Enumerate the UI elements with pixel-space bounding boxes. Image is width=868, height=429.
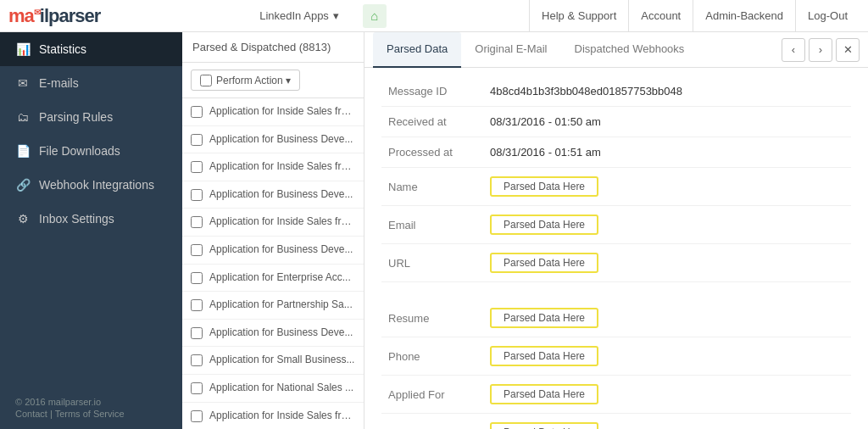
perform-action-button[interactable]: Perform Action ▾: [191, 70, 300, 91]
email-checkbox[interactable]: [191, 354, 203, 366]
list-item[interactable]: Application for Business Deve...: [182, 181, 364, 209]
detail-content: Message ID4b8cd4b1b3f3bb048ed01857753bb0…: [364, 68, 868, 429]
sidebar-item-parsing-rules[interactable]: 🗂 Parsing Rules: [0, 100, 182, 134]
field-value: 4b8cd4b1b3f3bb048ed01857753bb048: [490, 85, 682, 98]
list-item[interactable]: Application for Business Deve...: [182, 237, 364, 265]
list-item[interactable]: Application for Inside Sales fro...: [182, 98, 364, 126]
sidebar-item-statistics[interactable]: 📊 Statistics: [0, 32, 182, 66]
account-nav[interactable]: Account: [628, 0, 693, 32]
top-nav-center: LinkedIn Apps ▾ ⌂: [110, 4, 529, 28]
next-email-button[interactable]: ›: [809, 38, 832, 62]
field-label: Email: [381, 206, 483, 244]
top-nav-right: Help & Support Account Admin-Backend Log…: [529, 0, 860, 32]
admin-backend-nav[interactable]: Admin-Backend: [693, 0, 795, 32]
list-item[interactable]: Application for Partnership Sa...: [182, 292, 364, 320]
email-subject: Application for Inside Sales fro...: [209, 410, 355, 423]
close-detail-button[interactable]: ✕: [836, 38, 860, 62]
table-row: Message ID4b8cd4b1b3f3bb048ed01857753bb0…: [381, 76, 851, 107]
chevron-left-icon: ‹: [792, 43, 795, 56]
email-checkbox[interactable]: [191, 244, 203, 256]
close-icon: ✕: [843, 43, 853, 56]
email-checkbox[interactable]: [191, 134, 203, 146]
detail-panel: Parsed Data Original E-Mail Dispatched W…: [364, 32, 868, 429]
table-row: Applied ForParsed Data Here: [381, 376, 851, 414]
list-item[interactable]: Application for Business Deve...: [182, 126, 364, 154]
email-subject: Application for Business Deve...: [209, 326, 353, 340]
email-subject: Application for Inside Sales fro...: [209, 160, 355, 174]
email-subject: Application for Partnership Sa...: [209, 298, 353, 312]
field-label: Name: [381, 168, 483, 206]
email-checkbox[interactable]: [191, 327, 203, 339]
table-row: Processed at08/31/2016 - 01:51 am: [381, 137, 851, 168]
list-item[interactable]: Application for Inside Sales fro...: [182, 209, 364, 237]
linkedin-apps-nav[interactable]: LinkedIn Apps ▾: [253, 9, 346, 22]
list-item[interactable]: Application for Enterprise Acc...: [182, 265, 364, 292]
tab-nav: ‹ › ✕: [782, 38, 860, 62]
parsed-badge: Parsed Data Here: [490, 346, 598, 366]
email-checkbox[interactable]: [191, 216, 203, 228]
field-value: 08/31/2016 - 01:50 am: [490, 115, 601, 128]
email-checkbox[interactable]: [191, 272, 203, 284]
help-support-nav[interactable]: Help & Support: [529, 0, 628, 32]
parsed-badge: Parsed Data Here: [490, 253, 598, 273]
field-label: URL: [381, 244, 483, 282]
parsing-rules-icon: 🗂: [15, 110, 31, 124]
list-item[interactable]: Application for Small Business...: [182, 347, 364, 375]
table-row: ResumeParsed Data Here: [381, 299, 851, 337]
select-all-checkbox[interactable]: [200, 75, 212, 86]
chevron-down-icon: ▾: [333, 9, 339, 22]
email-checkbox[interactable]: [191, 299, 203, 311]
parsed-badge: Parsed Data Here: [490, 176, 598, 197]
sidebar-item-file-downloads[interactable]: 📄 File Downloads: [0, 134, 182, 168]
tab-dispatched-webhooks[interactable]: Dispatched Webhooks: [561, 32, 698, 68]
webhook-icon: 🔗: [15, 178, 31, 192]
email-list-items: Application for Inside Sales fro... Appl…: [182, 98, 364, 429]
tab-parsed-data[interactable]: Parsed Data: [373, 32, 461, 68]
table-row: Received at08/31/2016 - 01:50 am: [381, 107, 851, 137]
parsed-badge: Parsed Data Here: [490, 308, 598, 328]
email-list-panel: Parsed & Dispatched (8813) Perform Actio…: [182, 32, 364, 429]
home-icon-btn[interactable]: ⌂: [363, 4, 387, 28]
table-row: NameParsed Data Here: [381, 168, 851, 206]
email-checkbox[interactable]: [191, 189, 203, 201]
email-subject: Application for Business Deve...: [209, 243, 353, 257]
email-subject: Application for Inside Sales fro...: [209, 105, 355, 119]
main-layout: 📊 Statistics ✉ E-mails 🗂 Parsing Rules 📄…: [0, 32, 868, 429]
list-item[interactable]: Application for Inside Sales fro...: [182, 153, 364, 181]
email-checkbox[interactable]: [191, 161, 203, 173]
field-label: Processed at: [381, 137, 483, 168]
chevron-right-icon: ›: [819, 43, 822, 56]
statistics-icon: 📊: [15, 42, 31, 56]
list-item[interactable]: Application for Business Deve...: [182, 320, 364, 348]
sidebar-item-emails[interactable]: ✉ E-mails: [0, 66, 182, 100]
email-list-header: Parsed & Dispatched (8813): [182, 32, 364, 63]
detail-tabs: Parsed Data Original E-Mail Dispatched W…: [364, 32, 868, 68]
email-subject: Application for Enterprise Acc...: [209, 271, 351, 285]
list-item[interactable]: Application for Inside Sales fro...: [182, 403, 364, 429]
list-item[interactable]: Application for National Sales ...: [182, 375, 364, 403]
file-downloads-icon: 📄: [15, 144, 31, 158]
email-subject: Application for Business Deve...: [209, 133, 353, 147]
parsed-badge: Parsed Data Here: [490, 384, 598, 404]
prev-email-button[interactable]: ‹: [782, 38, 805, 62]
field-label: Notes: [381, 414, 483, 430]
table-row: NotesParsed Data Here: [381, 414, 851, 430]
tab-original-email[interactable]: Original E-Mail: [461, 32, 560, 68]
logout-nav[interactable]: Log-Out: [795, 0, 860, 32]
email-checkbox[interactable]: [191, 106, 203, 118]
email-subject: Application for Small Business...: [209, 354, 354, 367]
email-subject: Application for National Sales ...: [209, 382, 353, 395]
field-value: 08/31/2016 - 01:51 am: [490, 146, 601, 159]
parsed-badge: Parsed Data Here: [490, 214, 598, 235]
email-icon: ✉: [15, 76, 31, 90]
field-label: Phone: [381, 337, 483, 376]
sidebar-item-webhook-integrations[interactable]: 🔗 Webhook Integrations: [0, 168, 182, 202]
field-label: Received at: [381, 107, 483, 137]
sidebar-item-inbox-settings[interactable]: ⚙ Inbox Settings: [0, 202, 182, 236]
sidebar: 📊 Statistics ✉ E-mails 🗂 Parsing Rules 📄…: [0, 32, 182, 429]
field-label: Resume: [381, 299, 483, 337]
email-checkbox[interactable]: [191, 410, 203, 422]
email-checkbox[interactable]: [191, 382, 203, 394]
email-subject: Application for Inside Sales fro...: [209, 215, 355, 229]
top-navigation: ma✉ilparser LinkedIn Apps ▾ ⌂ Help & Sup…: [0, 0, 868, 32]
